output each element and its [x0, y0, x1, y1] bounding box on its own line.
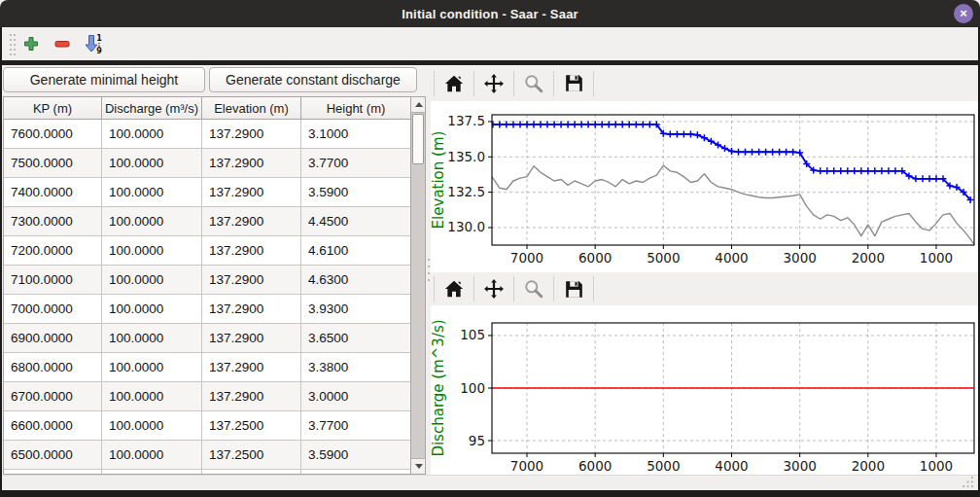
- table-cell[interactable]: 137.2900: [202, 236, 301, 266]
- table-cell[interactable]: 7400.0000: [4, 178, 102, 207]
- table-cell[interactable]: 6800.0000: [4, 353, 102, 382]
- table-cell[interactable]: 100.0000: [102, 353, 202, 382]
- table-row: 7500.0000100.0000137.29003.7700: [4, 149, 411, 178]
- table-row: 6800.0000100.0000137.29003.3800: [4, 353, 411, 382]
- discharge-chart[interactable]: 700060005000400030002000100095100105Disc…: [431, 305, 980, 477]
- table-cell[interactable]: 100.0000: [102, 324, 202, 353]
- svg-text:5000: 5000: [647, 458, 680, 474]
- table-cell[interactable]: 4.6100: [301, 236, 411, 266]
- table-cell[interactable]: 137.2900: [202, 178, 301, 207]
- toolbar-divider: [473, 71, 474, 96]
- table-cell[interactable]: 137.2900: [202, 120, 301, 149]
- column-header[interactable]: Discharge (m³/s): [102, 97, 202, 120]
- svg-text:3000: 3000: [783, 250, 816, 266]
- zoom-icon: [524, 279, 543, 299]
- plot-zoom-button[interactable]: [517, 274, 550, 303]
- generate-constant-discharge-button[interactable]: Generate constant discharge: [209, 67, 417, 92]
- table-cell[interactable]: 7300.0000: [4, 207, 102, 236]
- table-cell[interactable]: 100.0000: [102, 236, 202, 266]
- close-button[interactable]: ×: [954, 4, 973, 23]
- table-cell[interactable]: 7500.0000: [4, 149, 102, 178]
- table-cell[interactable]: 6900.0000: [4, 324, 102, 353]
- toolbar-divider: [553, 71, 554, 96]
- table-cell[interactable]: 100.0000: [102, 178, 202, 207]
- plot-home-button[interactable]: [438, 274, 471, 303]
- svg-text:1: 1: [96, 34, 102, 43]
- save-icon: [565, 280, 583, 299]
- table-cell[interactable]: 137.2900: [202, 324, 301, 353]
- plot-save-button[interactable]: [557, 274, 590, 303]
- remove-row-button[interactable]: [49, 30, 76, 57]
- zoom-icon: [524, 74, 543, 93]
- plot-save-button[interactable]: [557, 69, 590, 98]
- plot-zoom-button[interactable]: [517, 69, 550, 98]
- table-cell[interactable]: 3.0000: [301, 382, 411, 411]
- generate-minimal-height-button[interactable]: Generate minimal height: [3, 67, 205, 92]
- add-icon: [23, 36, 39, 52]
- table-cell[interactable]: 3.6500: [301, 324, 411, 353]
- column-header[interactable]: KP (m): [4, 97, 102, 120]
- table-cell[interactable]: 4.4500: [301, 207, 411, 236]
- drag-handle-icon[interactable]: [8, 33, 18, 56]
- plot-home-button[interactable]: [438, 69, 471, 98]
- add-row-button[interactable]: [18, 30, 45, 57]
- table-cell[interactable]: 137.2900: [202, 149, 301, 178]
- table-cell[interactable]: 137.2500: [202, 411, 301, 441]
- toolbar-divider: [513, 276, 514, 302]
- table-cell[interactable]: 7600.0000: [4, 120, 102, 149]
- elevation-plot-toolbar: [431, 65, 978, 101]
- table-cell[interactable]: 137.2500: [202, 441, 301, 470]
- table-cell[interactable]: 3.9300: [301, 295, 411, 324]
- scroll-down-icon: [415, 464, 423, 469]
- plot-pan-button[interactable]: [477, 69, 510, 98]
- remove-icon: [54, 36, 70, 52]
- table-cell[interactable]: 137.2900: [202, 266, 301, 295]
- table-cell[interactable]: 6700.0000: [4, 382, 102, 411]
- table-cell[interactable]: 3.5900: [301, 441, 411, 470]
- scroll-down-button[interactable]: [411, 458, 426, 474]
- scrollbar-thumb[interactable]: [412, 114, 424, 164]
- table-cell[interactable]: 6500.0000: [4, 441, 102, 470]
- table-cell[interactable]: 3.5900: [301, 178, 411, 207]
- svg-text:6000: 6000: [578, 250, 612, 266]
- elevation-chart[interactable]: 7000600050004000300020001000130.0132.513…: [431, 101, 980, 272]
- table-cell[interactable]: 100.0000: [102, 295, 202, 324]
- table-cell[interactable]: 100.0000: [102, 266, 202, 295]
- column-header[interactable]: Height (m): [301, 97, 411, 120]
- plot-pan-button[interactable]: [477, 274, 510, 303]
- column-header[interactable]: Elevation (m): [202, 97, 301, 120]
- table-cell[interactable]: 100.0000: [102, 207, 202, 236]
- table-cell[interactable]: 100.0000: [102, 149, 202, 178]
- table-cell[interactable]: 100.0000: [102, 441, 202, 470]
- table-cell[interactable]: 100.0000: [102, 411, 202, 441]
- table-cell[interactable]: 137.2900: [202, 295, 301, 324]
- svg-text:Elevation (m): Elevation (m): [431, 131, 447, 230]
- table-cell[interactable]: 7100.0000: [4, 266, 102, 295]
- toolbar-divider: [593, 276, 594, 302]
- scroll-up-button[interactable]: [411, 97, 426, 113]
- table-cell[interactable]: 137.2900: [202, 353, 301, 382]
- table-cell[interactable]: 3.3800: [301, 353, 411, 382]
- table-cell[interactable]: 7200.0000: [4, 236, 102, 266]
- svg-text:105: 105: [460, 327, 485, 342]
- status-bar: [2, 475, 978, 490]
- sort-rows-button[interactable]: 1 9: [80, 30, 107, 57]
- table-cell[interactable]: 6600.0000: [4, 411, 102, 441]
- table-cell[interactable]: 100.0000: [102, 382, 202, 411]
- resize-grip-icon[interactable]: [962, 476, 974, 488]
- table-cell[interactable]: 3.7700: [301, 149, 411, 178]
- home-icon: [444, 280, 464, 298]
- table-row: 7300.0000100.0000137.29004.4500: [4, 207, 411, 236]
- table-cell[interactable]: 4.6300: [301, 266, 411, 295]
- title-bar[interactable]: Initial condition - Saar - Saar ×: [0, 0, 980, 27]
- table-scrollbar[interactable]: [410, 97, 425, 474]
- table-cell[interactable]: 137.2900: [202, 207, 301, 236]
- toolbar-divider: [593, 71, 594, 96]
- table-cell[interactable]: 7000.0000: [4, 295, 102, 324]
- table-cell[interactable]: 137.2900: [202, 382, 301, 411]
- table-cell[interactable]: 100.0000: [102, 120, 202, 149]
- table-cell[interactable]: 3.7700: [301, 411, 411, 441]
- table-cell[interactable]: 3.1000: [301, 120, 411, 149]
- svg-text:130.0: 130.0: [447, 219, 485, 234]
- window-border: [0, 490, 980, 497]
